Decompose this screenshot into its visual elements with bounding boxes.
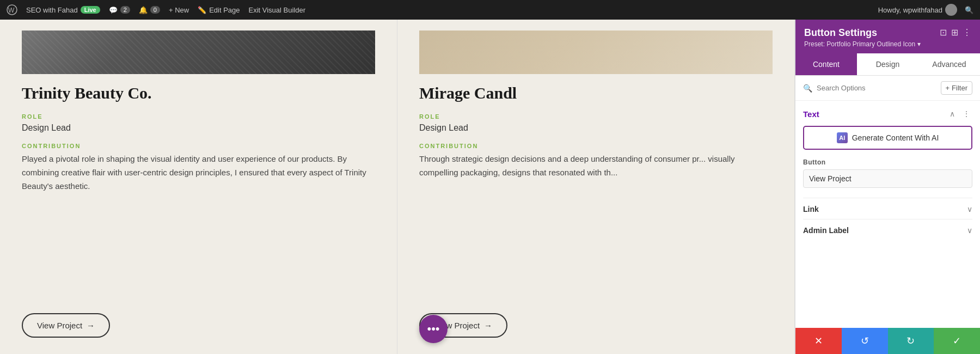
card-2-role-label: ROLE (419, 113, 773, 120)
greeting-bar-item[interactable]: Howdy, wpwithfahad (878, 4, 957, 16)
panel-body: Text ∧ ⋮ AI Generate Content With AI But… (795, 101, 980, 328)
search-options-input[interactable] (817, 84, 936, 92)
card-2-contribution-text: Through strategic design decisions and a… (419, 152, 773, 300)
card-2-image-bg (419, 30, 773, 74)
comments-count: 2 (120, 6, 130, 14)
exit-builder-label: Exit Visual Builder (249, 6, 306, 14)
ai-generate-label: Generate Content With AI (852, 133, 939, 142)
exit-builder-bar-item[interactable]: Exit Visual Builder (249, 6, 306, 14)
new-bar-item[interactable]: + New (169, 6, 189, 14)
comment-icon: 💬 (109, 6, 118, 14)
card-1: Trinity Beauty Co. ROLE Design Lead CONT… (0, 20, 397, 354)
card-2-arrow-icon: → (484, 321, 492, 330)
link-chevron-icon: ∨ (967, 205, 972, 213)
confirm-icon: ✓ (953, 335, 961, 347)
undo-button[interactable]: ↺ (842, 328, 888, 354)
filter-icon: + (946, 84, 950, 92)
confirm-button[interactable]: ✓ (934, 328, 980, 354)
card-2-contribution-label: CONTRIBUTION (419, 143, 773, 149)
text-section-controls: ∧ ⋮ (947, 108, 972, 119)
filter-label: Filter (952, 84, 967, 92)
card-1-contribution-text: Played a pivotal role in shaping the vis… (22, 152, 375, 300)
ai-icon: AI (837, 132, 848, 143)
panel-search-row: 🔍 + Filter (795, 76, 980, 101)
cancel-icon: ✕ (814, 335, 823, 347)
search-bar-item[interactable]: 🔍 (965, 6, 973, 14)
text-section-title: Text (803, 109, 819, 119)
card-1-role-value: Design Lead (22, 123, 375, 133)
card-2-title: Mirage Candl (419, 84, 773, 102)
avatar (945, 4, 957, 16)
link-section-header[interactable]: Link ∨ (803, 205, 972, 213)
notif-count: 0 (150, 6, 160, 14)
card-1-image (22, 30, 375, 74)
floating-action-btn[interactable]: ••• (419, 315, 448, 343)
live-badge: Live (81, 6, 100, 14)
panel-title: Button Settings (804, 27, 921, 39)
cards-area: Trinity Beauty Co. ROLE Design Lead CONT… (0, 20, 795, 354)
search-options-icon: 🔍 (803, 84, 812, 93)
preset-chevron-icon: ▾ (917, 40, 921, 48)
panel-resize-icon[interactable]: ⊡ (940, 27, 947, 38)
floating-btn-icon: ••• (427, 323, 439, 335)
card-1-view-project-btn[interactable]: View Project → (22, 313, 110, 338)
tab-advanced[interactable]: Advanced (918, 53, 980, 75)
bar-right: Howdy, wpwithfahad 🔍 (878, 4, 973, 16)
admin-bar: W SEO with Fahad Live 💬 2 🔔 0 + New ✏️ E… (0, 0, 980, 20)
preset-label: Preset: Portfolio Primary Outlined Icon (804, 40, 915, 48)
settings-panel: Button Settings Preset: Portfolio Primar… (795, 20, 980, 354)
card-2-role-value: Design Lead (419, 123, 773, 133)
card-2-image (419, 30, 773, 74)
cancel-button[interactable]: ✕ (795, 328, 842, 354)
button-field-label: Button (803, 158, 972, 166)
card-1-role-label: ROLE (22, 113, 375, 120)
admin-label-section: Admin Label ∨ (803, 219, 972, 235)
text-section-more-btn[interactable]: ⋮ (960, 108, 972, 119)
undo-icon: ↺ (861, 335, 869, 347)
site-name-bar-item[interactable]: SEO with Fahad Live (26, 6, 100, 14)
panel-preset: Preset: Portfolio Primary Outlined Icon … (804, 40, 921, 48)
comments-bar-item[interactable]: 💬 2 (109, 6, 130, 14)
admin-label-chevron-icon: ∨ (967, 226, 972, 235)
pencil-icon: ✏️ (198, 6, 206, 14)
card-1-image-bg (22, 30, 375, 74)
card-1-btn-label: View Project (37, 321, 82, 330)
ai-generate-button[interactable]: AI Generate Content With AI (803, 126, 972, 150)
wp-logo-item[interactable]: W (7, 4, 17, 15)
redo-icon: ↻ (906, 335, 915, 347)
redo-button[interactable]: ↻ (888, 328, 934, 354)
panel-header-left: Button Settings Preset: Portfolio Primar… (804, 27, 921, 48)
panel-columns-icon[interactable]: ⊞ (951, 27, 958, 38)
card-1-arrow-icon: → (87, 321, 95, 330)
text-section-header: Text ∧ ⋮ (803, 108, 972, 119)
text-section-collapse-btn[interactable]: ∧ (947, 108, 957, 119)
panel-header-actions: ⊡ ⊞ ⋮ (940, 27, 971, 38)
link-section: Link ∨ (803, 198, 972, 213)
card-1-contribution-label: CONTRIBUTION (22, 143, 375, 149)
search-icon: 🔍 (965, 6, 973, 14)
admin-label-title: Admin Label (803, 226, 849, 235)
panel-header: Button Settings Preset: Portfolio Primar… (795, 20, 980, 53)
card-1-title: Trinity Beauty Co. (22, 84, 375, 102)
tab-design[interactable]: Design (857, 53, 918, 75)
edit-page-bar-item[interactable]: ✏️ Edit Page (198, 6, 240, 14)
main-content: Trinity Beauty Co. ROLE Design Lead CONT… (0, 20, 980, 354)
tab-content[interactable]: Content (795, 53, 857, 75)
notif-bar-item[interactable]: 🔔 0 (139, 6, 160, 14)
panel-more-icon[interactable]: ⋮ (963, 27, 971, 38)
greeting-label: Howdy, wpwithfahad (878, 6, 942, 14)
edit-page-label: Edit Page (209, 6, 240, 14)
card-2: Mirage Candl ROLE Design Lead CONTRIBUTI… (397, 20, 795, 354)
new-label: + New (169, 6, 189, 14)
admin-label-section-header[interactable]: Admin Label ∨ (803, 226, 972, 235)
svg-text:W: W (8, 7, 15, 14)
panel-tabs: Content Design Advanced (795, 53, 980, 76)
panel-footer: ✕ ↺ ↻ ✓ (795, 328, 980, 354)
button-field-input[interactable] (803, 169, 972, 188)
filter-button[interactable]: + Filter (941, 81, 972, 95)
link-section-title: Link (803, 205, 819, 213)
site-name-label: SEO with Fahad (26, 6, 78, 14)
notif-icon: 🔔 (139, 6, 148, 14)
